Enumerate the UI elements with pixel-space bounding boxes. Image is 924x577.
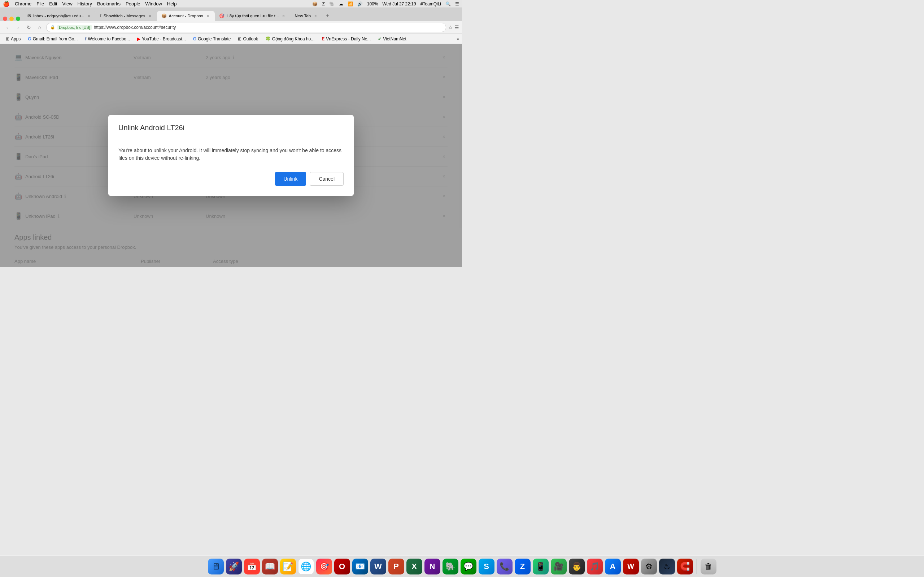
bookmark-youtube[interactable]: ▶ YouTube - Broadcast...: [134, 36, 189, 42]
bookmark-vnexpress[interactable]: E VnExpress - Daily Ne...: [319, 36, 373, 42]
congdong-bookmark-icon: 🍀: [265, 36, 271, 42]
cancel-button[interactable]: Cancel: [310, 172, 344, 186]
close-window-button[interactable]: [3, 16, 7, 21]
back-button[interactable]: ‹: [3, 23, 11, 32]
bookmarks-more-button[interactable]: »: [457, 36, 459, 42]
modal-body-text: You're about to unlink your Android. It …: [118, 147, 344, 162]
mac-menubar: 🍎 Chrome File Edit View History Bookmark…: [0, 0, 462, 8]
menubar-right: 📦 Z 🐘 ☁ 📶 🔊 100% Wed Jul 27 22:19 #TeamQ…: [312, 2, 459, 6]
tab-inbox-title: Inbox - ndquynh@ctu.edu...: [33, 14, 84, 18]
spotlight-icon[interactable]: 🔍: [446, 2, 451, 6]
tab-dropbox[interactable]: 📦 Account - Dropbox ×: [157, 11, 215, 21]
bookmark-vietnamnet-label: VietNamNet: [383, 36, 406, 42]
minimize-window-button[interactable]: [10, 16, 14, 21]
tab-hay-tap-close[interactable]: ×: [281, 13, 286, 18]
unlink-dialog: Unlink Android LT26i You're about to unl…: [108, 115, 354, 196]
apps-bookmark-icon: ⊞: [6, 36, 10, 42]
apple-menu[interactable]: 🍎: [3, 1, 10, 7]
bookmark-youtube-label: YouTube - Broadcast...: [142, 36, 186, 42]
menu-bookmarks[interactable]: Bookmarks: [97, 1, 121, 6]
tab-messages-title: Showbitch - Messages: [103, 14, 145, 18]
modal-title: Unlink Android LT26i: [118, 124, 344, 132]
menu-view[interactable]: View: [63, 1, 73, 6]
bookmark-translate[interactable]: G Google Translate: [190, 36, 234, 42]
bookmark-outlook[interactable]: ⊞ Outlook: [235, 36, 261, 42]
menu-file[interactable]: File: [36, 1, 44, 6]
tab-new-close[interactable]: ×: [313, 13, 318, 18]
bookmark-star-icon[interactable]: ☆: [448, 24, 453, 30]
bookmark-facebook[interactable]: f Welcome to Facebo...: [82, 36, 133, 42]
unlink-confirm-button[interactable]: Unlink: [275, 172, 307, 186]
url-bar[interactable]: 🔒 Dropbox, Inc [US] https://www.dropbox.…: [46, 23, 446, 32]
youtube-bookmark-icon: ▶: [137, 36, 141, 42]
tab-dropbox-favicon: 📦: [162, 13, 167, 18]
tab-hay-tap-title: Hãy tập thói quen lưu file t...: [227, 13, 279, 18]
modal-body: You're about to unlink your Android. It …: [108, 138, 354, 196]
tab-messages-favicon: f: [100, 13, 101, 18]
volume-icon[interactable]: 🔊: [357, 2, 363, 6]
modal-actions: Unlink Cancel: [118, 172, 344, 186]
tab-inbox-close[interactable]: ×: [86, 13, 91, 18]
address-bar-right: ☆ ☰: [448, 24, 459, 30]
menu-edit[interactable]: Edit: [49, 1, 57, 6]
bookmark-apps-label: Apps: [11, 36, 21, 42]
secure-lock-icon: 🔒: [50, 25, 55, 29]
menu-people[interactable]: People: [126, 1, 140, 6]
bookmark-gmail-label: Gmail: Email from Go...: [33, 36, 78, 42]
tab-hay-tap[interactable]: 🎯 Hãy tập thói quen lưu file t... ×: [215, 11, 291, 21]
forward-button[interactable]: ›: [14, 23, 23, 32]
vnexpress-bookmark-icon: E: [321, 36, 325, 42]
tab-messages-close[interactable]: ×: [148, 13, 153, 18]
browser-window: ✉ Inbox - ndquynh@ctu.edu... × f Showbit…: [0, 8, 462, 267]
bookmarks-bar: ⊞ Apps G Gmail: Email from Go... f Welco…: [0, 34, 462, 44]
cloud-menubar-icon[interactable]: ☁: [339, 2, 343, 6]
tab-dropbox-close[interactable]: ×: [205, 13, 210, 18]
facebook-bookmark-icon: f: [85, 36, 86, 42]
vietnamnet-bookmark-icon: ✔: [378, 36, 381, 42]
tab-hay-tap-favicon: 🎯: [219, 13, 225, 18]
menu-help[interactable]: Help: [167, 1, 177, 6]
zalo-menubar-icon[interactable]: Z: [322, 2, 325, 6]
tab-inbox[interactable]: ✉ Inbox - ndquynh@ctu.edu... ×: [23, 11, 96, 21]
secure-badge: Dropbox, Inc [US]: [57, 25, 92, 30]
page-content: 💻 Maverick Nguyen Vietnam 2 years ago ℹ …: [0, 44, 462, 267]
bookmark-facebook-label: Welcome to Facebo...: [88, 36, 130, 42]
traffic-lights: [3, 16, 20, 21]
bookmark-vnexpress-label: VnExpress - Daily Ne...: [326, 36, 371, 42]
bookmark-vietnamnet[interactable]: ✔ VietNamNet: [375, 36, 409, 42]
team-label: #TeamQiLi: [420, 2, 441, 6]
tab-bar: ✉ Inbox - ndquynh@ctu.edu... × f Showbit…: [0, 8, 462, 21]
modal-overlay: Unlink Android LT26i You're about to unl…: [0, 44, 462, 267]
tab-new[interactable]: New Tab ×: [291, 11, 323, 21]
tab-dropbox-title: Account - Dropbox: [169, 14, 203, 18]
notification-icon[interactable]: ☰: [455, 2, 459, 6]
bookmark-congdong-label: Cộng đồng Khoa ho...: [272, 36, 314, 42]
reload-button[interactable]: ↻: [24, 23, 33, 32]
menu-window[interactable]: Window: [145, 1, 162, 6]
gmail-bookmark-icon: G: [28, 36, 31, 42]
bookmark-outlook-label: Outlook: [243, 36, 258, 42]
outlook-bookmark-icon: ⊞: [238, 36, 241, 42]
bookmark-apps[interactable]: ⊞ Apps: [3, 36, 23, 42]
tab-new-title: New Tab: [295, 14, 311, 18]
translate-bookmark-icon: G: [193, 36, 196, 42]
address-bar: ‹ › ↻ ⌂ 🔒 Dropbox, Inc [US] https://www.…: [0, 21, 462, 34]
modal-header: Unlink Android LT26i: [108, 115, 354, 138]
menu-history[interactable]: History: [78, 1, 92, 6]
bookmark-translate-label: Google Translate: [198, 36, 231, 42]
dropbox-menubar-icon[interactable]: 📦: [312, 2, 318, 6]
datetime: Wed Jul 27 22:19: [382, 2, 416, 6]
menu-chrome[interactable]: Chrome: [15, 1, 31, 6]
new-tab-button[interactable]: +: [322, 11, 333, 21]
wifi-icon: 📶: [347, 2, 353, 6]
url-text: https://www.dropbox.com/account#security: [94, 25, 176, 30]
bookmark-gmail[interactable]: G Gmail: Email from Go...: [25, 36, 81, 42]
tab-messages[interactable]: f Showbitch - Messages ×: [96, 11, 157, 21]
address-menu-icon[interactable]: ☰: [454, 24, 459, 30]
bookmark-cong-dong[interactable]: 🍀 Cộng đồng Khoa ho...: [262, 36, 317, 42]
tab-inbox-favicon: ✉: [27, 13, 31, 18]
battery-status: 100%: [367, 2, 378, 6]
home-button[interactable]: ⌂: [36, 23, 44, 32]
maximize-window-button[interactable]: [16, 16, 20, 21]
evernote-menubar-icon[interactable]: 🐘: [329, 2, 334, 6]
